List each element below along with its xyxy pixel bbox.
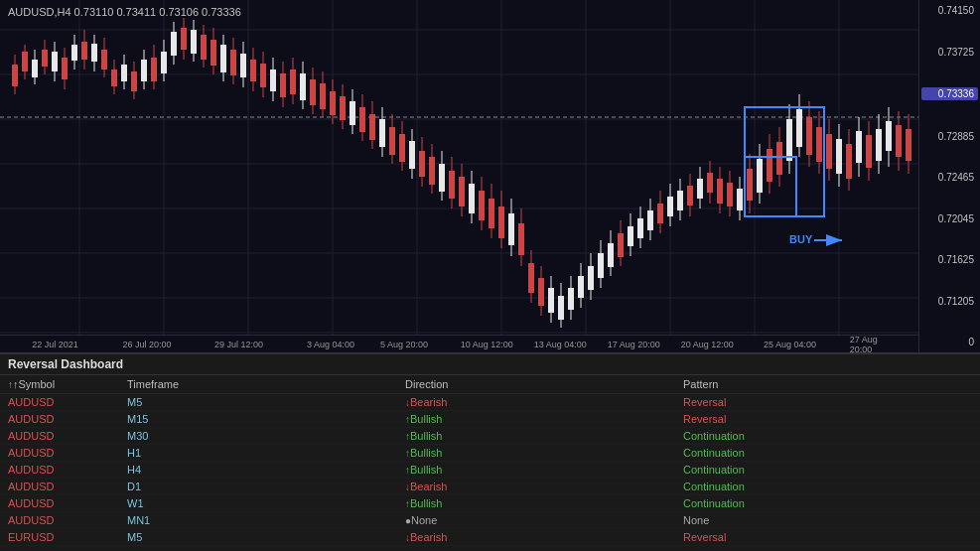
price-0.74150: 0.74150	[921, 5, 978, 16]
svg-rect-146	[637, 218, 643, 238]
price-0.72045: 0.72045	[921, 213, 978, 224]
svg-rect-156	[687, 186, 693, 206]
table-row: AUDUSD H1 ↑Bullish Continuation	[0, 445, 980, 462]
svg-rect-192	[866, 135, 872, 168]
chart-container: AUDUSD,H4 0.73110 0.73411 0.73106 0.7333…	[0, 0, 980, 352]
price-zero: 0	[921, 337, 978, 347]
cell-timeframe: D1	[127, 481, 405, 492]
svg-rect-114	[479, 191, 485, 220]
svg-rect-38	[101, 50, 107, 69]
cell-symbol: AUDUSD	[8, 481, 127, 492]
table-row: AUDUSD D1 ↓Bearish Continuation	[0, 479, 980, 495]
table-row: AUDUSD M15 ↑Bullish Reversal	[0, 411, 980, 428]
svg-rect-142	[618, 233, 624, 257]
time-label-13aug: 13 Aug 04:00	[534, 340, 587, 349]
svg-rect-68	[250, 60, 256, 81]
svg-rect-26	[42, 50, 48, 67]
cell-timeframe: M5	[127, 396, 405, 408]
svg-rect-20	[12, 65, 18, 86]
time-label-25aug: 25 Aug 04:00	[764, 340, 816, 349]
svg-rect-66	[240, 54, 246, 77]
price-0.72885: 0.72885	[921, 131, 978, 142]
svg-rect-180	[806, 117, 812, 155]
cell-timeframe: H1	[127, 447, 405, 459]
cell-pattern: Continuation	[683, 464, 972, 476]
svg-rect-104	[429, 157, 435, 185]
svg-rect-160	[707, 173, 713, 193]
cell-direction: ↓Bearish	[405, 396, 683, 408]
svg-rect-138	[598, 253, 604, 278]
svg-rect-122	[518, 223, 524, 255]
cell-direction: ↑Bullish	[405, 413, 683, 425]
svg-rect-166	[737, 189, 743, 210]
svg-rect-28	[52, 52, 58, 71]
candlestick-chart: BUY	[0, 0, 918, 352]
svg-rect-110	[459, 177, 465, 207]
cell-timeframe: H4	[127, 464, 405, 476]
svg-rect-84	[330, 91, 336, 115]
price-0.72465: 0.72465	[921, 172, 978, 183]
table-row: AUDUSD M30 ↑Bullish Continuation	[0, 428, 980, 445]
svg-rect-82	[320, 83, 326, 109]
time-label-17aug: 17 Aug 20:00	[608, 340, 660, 349]
svg-rect-116	[489, 199, 494, 228]
cell-symbol: EURUSD	[8, 531, 127, 543]
svg-rect-196	[886, 121, 892, 151]
cell-pattern: Reversal	[683, 531, 972, 543]
svg-rect-24	[32, 60, 38, 77]
svg-rect-56	[191, 30, 197, 54]
svg-rect-42	[121, 65, 127, 81]
svg-rect-162	[717, 179, 723, 204]
time-label-22jul: 22 Jul 2021	[32, 340, 78, 349]
cell-pattern: Continuation	[683, 430, 972, 442]
svg-rect-168	[747, 169, 753, 201]
cell-symbol: AUDUSD	[8, 464, 127, 476]
cell-direction: ●None	[405, 514, 683, 526]
svg-rect-118	[498, 207, 504, 238]
cell-symbol: AUDUSD	[8, 447, 127, 459]
cell-timeframe: W1	[127, 497, 405, 509]
time-axis: 22 Jul 2021 26 Jul 20:00 29 Jul 12:00 3 …	[0, 335, 918, 352]
time-label-5aug: 5 Aug 20:00	[380, 340, 428, 349]
cell-timeframe: M15	[127, 413, 405, 425]
svg-rect-62	[220, 45, 226, 72]
svg-rect-60	[210, 40, 216, 66]
header-direction: Direction	[405, 378, 683, 390]
svg-rect-54	[181, 28, 187, 50]
svg-rect-144	[628, 226, 633, 246]
svg-rect-96	[389, 127, 395, 155]
svg-rect-46	[141, 60, 147, 81]
cell-direction: ↑Bullish	[405, 497, 683, 509]
time-label-10aug: 10 Aug 12:00	[461, 340, 513, 349]
header-pattern: Pattern	[683, 378, 972, 390]
svg-rect-190	[856, 131, 862, 163]
svg-rect-154	[677, 191, 683, 210]
svg-rect-124	[528, 263, 534, 293]
svg-rect-134	[578, 276, 584, 298]
svg-rect-88	[350, 101, 355, 125]
cell-symbol: AUDUSD	[8, 430, 127, 442]
svg-rect-102	[419, 151, 425, 177]
svg-rect-72	[270, 69, 276, 91]
header-symbol: ↑↑Symbol	[8, 378, 127, 390]
svg-rect-120	[508, 213, 514, 245]
time-label-29jul: 29 Jul 12:00	[214, 340, 263, 349]
svg-rect-108	[449, 171, 455, 199]
dashboard-panel: Reversal Dashboard ↑↑Symbol Timeframe Di…	[0, 352, 980, 551]
svg-rect-184	[826, 134, 832, 169]
svg-rect-148	[647, 210, 653, 230]
svg-rect-86	[340, 96, 346, 120]
cell-direction: ↓Bearish	[405, 481, 683, 492]
cell-direction: ↑Bullish	[405, 464, 683, 476]
svg-rect-30	[62, 58, 68, 79]
svg-rect-170	[757, 159, 763, 193]
svg-rect-178	[796, 109, 802, 147]
time-label-26jul: 26 Jul 20:00	[122, 340, 171, 349]
table-row: EURUSD M5 ↓Bearish Reversal	[0, 529, 980, 546]
svg-rect-64	[230, 50, 236, 75]
cell-pattern: Reversal	[683, 396, 972, 408]
svg-rect-40	[111, 69, 117, 86]
svg-rect-164	[727, 183, 733, 207]
svg-rect-126	[538, 278, 544, 306]
cell-direction: ↑Bullish	[405, 447, 683, 459]
